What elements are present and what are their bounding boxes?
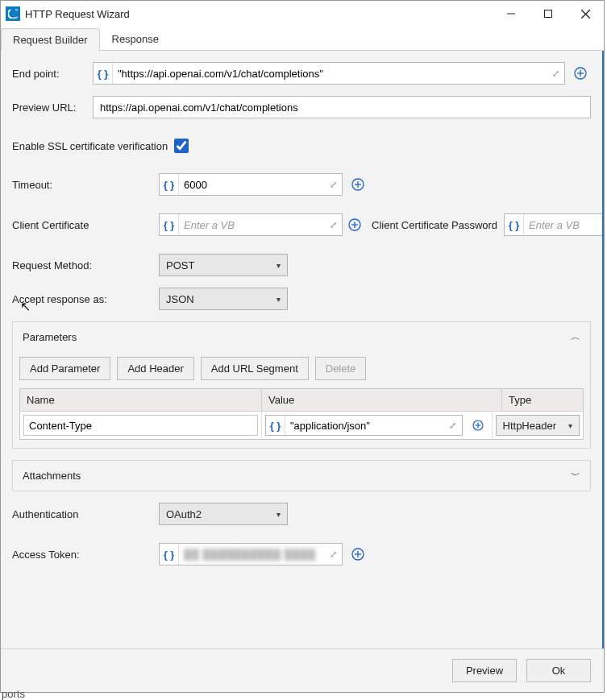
chevron-down-icon: ▾	[276, 510, 281, 519]
add-url-segment-button[interactable]: Add URL Segment	[201, 357, 309, 380]
access-token-input[interactable]	[179, 544, 324, 565]
braces-icon[interactable]: { }	[160, 214, 179, 235]
client-cert-label: Client Certificate	[12, 219, 159, 231]
ssl-checkbox[interactable]	[174, 139, 189, 153]
parameters-title: Parameters	[23, 331, 571, 343]
access-token-wrapper: { } ⤢	[159, 543, 343, 565]
timeout-label: Timeout:	[12, 179, 159, 191]
param-name-input[interactable]	[23, 415, 258, 436]
chevron-down-icon: ▾	[276, 261, 281, 270]
chevron-down-icon: ﹀	[571, 469, 580, 483]
access-token-add-button[interactable]	[347, 543, 368, 565]
braces-icon[interactable]: { }	[505, 214, 524, 235]
parameters-header[interactable]: Parameters ︿	[13, 322, 590, 352]
client-cert-pwd-input[interactable]	[524, 214, 604, 235]
timeout-input-wrapper: { } ⤢	[159, 173, 343, 196]
param-type-value: HttpHeader	[503, 420, 556, 432]
app-icon	[6, 6, 20, 21]
braces-icon[interactable]: { }	[94, 63, 113, 84]
close-button[interactable]	[567, 1, 604, 27]
attachments-panel: Attachments ﹀	[12, 460, 591, 491]
minimize-button[interactable]	[493, 1, 530, 27]
chevron-down-icon: ▾	[568, 421, 572, 430]
client-cert-pwd-label: Client Certificate Password	[372, 219, 497, 231]
timeout-add-button[interactable]	[347, 173, 368, 196]
method-select[interactable]: POST ▾	[159, 254, 288, 276]
ok-button[interactable]: Ok	[526, 659, 591, 682]
endpoint-input[interactable]	[113, 63, 547, 84]
col-header-type: Type	[502, 389, 583, 412]
chevron-down-icon: ▾	[276, 295, 281, 304]
client-cert-input[interactable]	[179, 214, 324, 235]
preview-url-input[interactable]	[93, 96, 591, 118]
braces-icon[interactable]: { }	[266, 416, 285, 435]
maximize-button[interactable]	[530, 1, 567, 27]
svg-rect-1	[545, 10, 552, 18]
endpoint-add-button[interactable]	[570, 62, 591, 85]
auth-select[interactable]: OAuth2 ▾	[159, 503, 288, 525]
expand-icon[interactable]: ⤢	[547, 68, 564, 79]
accept-label: Accept response as:	[12, 293, 159, 305]
footer: Preview Ok	[1, 648, 604, 692]
window-title: HTTP Request Wizard	[25, 8, 130, 20]
param-value-input[interactable]	[285, 416, 444, 435]
col-header-name: Name	[20, 389, 262, 412]
preview-url-label: Preview URL:	[12, 101, 93, 114]
background-text: ports	[2, 688, 25, 700]
param-value-wrapper: { } ⤢	[265, 415, 463, 436]
delete-button[interactable]: Delete	[315, 357, 367, 380]
client-cert-input-wrapper: { } ⤢	[159, 213, 343, 236]
tab-request-builder[interactable]: Request Builder	[1, 28, 100, 51]
preview-button[interactable]: Preview	[452, 659, 517, 682]
braces-icon[interactable]: { }	[160, 174, 179, 195]
expand-icon[interactable]: ⤢	[324, 180, 342, 190]
accept-value: JSON	[166, 293, 194, 305]
expand-icon[interactable]: ⤢	[324, 220, 342, 230]
endpoint-input-wrapper: { } ⤢	[93, 62, 565, 85]
method-label: Request Method:	[12, 259, 159, 271]
param-type-select[interactable]: HttpHeader ▾	[496, 415, 580, 436]
tab-response[interactable]: Response	[100, 27, 172, 50]
param-value-add-button[interactable]	[468, 415, 489, 436]
ssl-label: Enable SSL certificate verification	[12, 140, 168, 152]
col-header-value: Value	[262, 389, 502, 412]
parameters-panel: Parameters ︿ Add Parameter Add Header Ad…	[12, 321, 591, 449]
expand-icon[interactable]: ⤢	[444, 420, 462, 431]
auth-value: OAuth2	[166, 508, 202, 520]
braces-icon[interactable]: { }	[160, 544, 179, 565]
auth-label: Authentication	[12, 508, 159, 520]
add-parameter-button[interactable]: Add Parameter	[19, 357, 110, 380]
table-row[interactable]: { } ⤢ HttpHeader ▾	[20, 412, 583, 439]
client-cert-pwd-input-wrapper: { } ⤢	[504, 213, 604, 236]
chevron-up-icon: ︿	[571, 330, 580, 344]
parameters-grid: Name Value Type { } ⤢	[19, 388, 584, 440]
expand-icon[interactable]: ⤢	[324, 549, 342, 560]
accept-select[interactable]: JSON ▾	[159, 288, 288, 310]
access-token-label: Access Token:	[12, 549, 159, 561]
timeout-input[interactable]	[179, 174, 324, 195]
client-cert-add-button[interactable]	[347, 213, 362, 236]
method-value: POST	[166, 259, 194, 271]
endpoint-label: End point:	[12, 68, 93, 80]
attachments-title: Attachments	[23, 470, 571, 482]
tab-bar: Request Builder Response	[1, 27, 604, 51]
titlebar: HTTP Request Wizard	[1, 1, 604, 27]
add-header-button[interactable]: Add Header	[117, 357, 193, 380]
attachments-header[interactable]: Attachments ﹀	[13, 461, 590, 491]
